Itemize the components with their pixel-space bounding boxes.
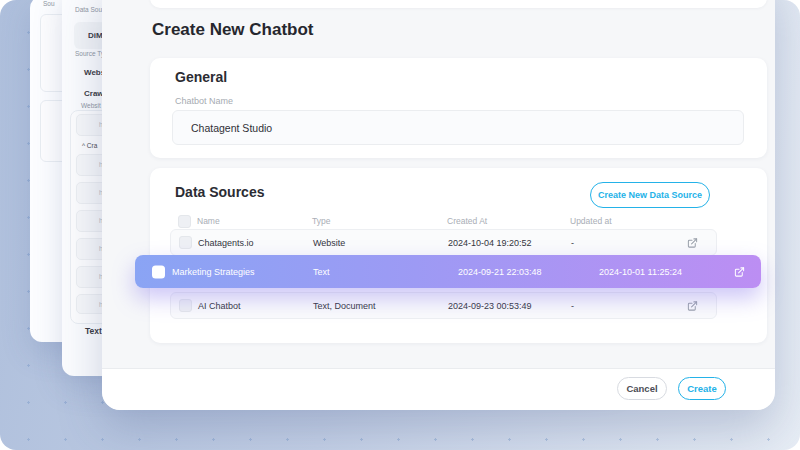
chatbot-name-label: Chatbot Name	[175, 96, 233, 106]
row-name: Chatagents.io	[198, 238, 254, 248]
row-updated-at: 2024-10-01 11:25:24	[599, 267, 682, 277]
row-name: Marketing Strategies	[172, 267, 255, 277]
table-row[interactable]: AI Chatbot Text, Document 2024-09-23 00:…	[170, 292, 717, 319]
source-label: Sou	[43, 0, 55, 7]
crawl-collapse-toggle[interactable]: ^ Cra	[82, 142, 97, 149]
row-updated-at: -	[571, 238, 574, 248]
general-heading: General	[175, 69, 227, 85]
crawl-section-label: Cra	[87, 142, 97, 149]
row-name: AI Chatbot	[198, 301, 241, 311]
app-canvas: Sou Data Sourc DiMB Source Typ Webs Craw…	[0, 0, 800, 450]
data-sources-heading: Data Sources	[175, 184, 264, 200]
column-header-created-at: Created At	[447, 216, 487, 226]
row-created-at: 2024-09-23 00:53:49	[448, 301, 532, 311]
row-created-at: 2024-10-04 19:20:52	[448, 238, 532, 248]
row-updated-at: -	[571, 301, 574, 311]
row-checkbox[interactable]	[179, 236, 192, 249]
external-link-icon[interactable]	[687, 300, 698, 311]
row-type: Text, Document	[313, 301, 376, 311]
chatbot-name-input[interactable]	[172, 110, 744, 145]
modal-footer: Cancel Create	[102, 369, 775, 410]
column-header-updated-at: Updated at	[570, 216, 612, 226]
cancel-button[interactable]: Cancel	[617, 377, 667, 400]
column-header-type: Type	[312, 216, 330, 226]
row-type: Website	[313, 238, 345, 248]
general-card: General Chatbot Name	[150, 58, 767, 158]
row-checkbox-selected[interactable]	[152, 265, 165, 278]
previous-card-edge	[150, 0, 767, 8]
text-section-label: Text	[85, 326, 102, 336]
row-type: Text	[313, 267, 330, 277]
external-link-icon[interactable]	[687, 237, 698, 248]
create-chatbot-modal: Create New Chatbot General Chatbot Name …	[102, 0, 775, 410]
external-link-icon[interactable]	[734, 266, 745, 277]
create-button[interactable]: Create	[678, 377, 726, 400]
table-row[interactable]: Chatagents.io Website 2024-10-04 19:20:5…	[170, 229, 717, 256]
column-header-name: Name	[197, 216, 220, 226]
select-all-checkbox[interactable]	[178, 215, 191, 228]
website-label: Websit	[81, 102, 101, 109]
create-new-data-source-button[interactable]: Create New Data Source	[590, 182, 710, 208]
modal-title: Create New Chatbot	[152, 20, 314, 40]
row-checkbox[interactable]	[179, 299, 192, 312]
selected-table-row[interactable]: Marketing Strategies Text 2024-09-21 22:…	[135, 255, 761, 288]
row-created-at: 2024-09-21 22:03:48	[458, 267, 542, 277]
